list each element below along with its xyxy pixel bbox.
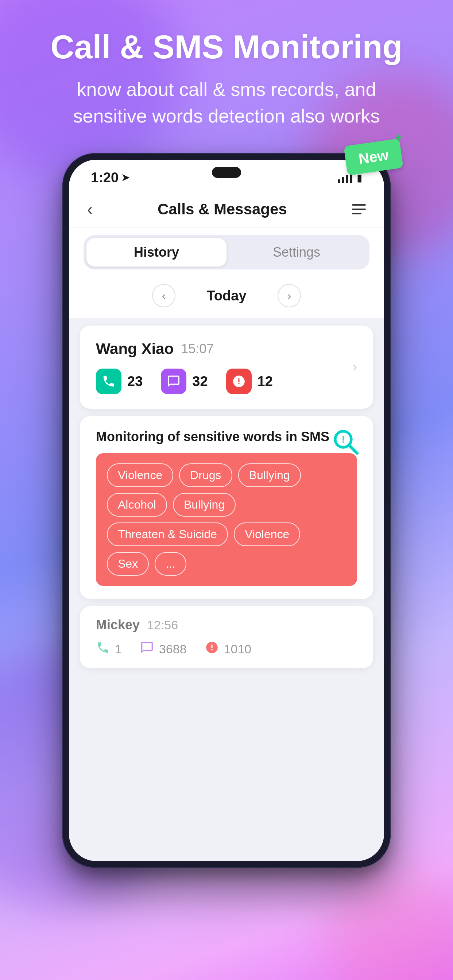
- phone-wrapper: New 1:20 ➤ ▮: [62, 153, 391, 868]
- call-count: 23: [127, 374, 143, 390]
- mickey-call-stat: 1: [96, 641, 122, 657]
- mickey-alert-icon: [205, 641, 219, 657]
- bg-decoration-4: [325, 870, 453, 980]
- mickey-message-icon: [140, 641, 154, 657]
- status-bar: 1:20 ➤ ▮: [69, 160, 384, 191]
- contact-card-wang[interactable]: Wang Xiao 15:07 23: [80, 326, 373, 409]
- mickey-alert-stat: 1010: [205, 641, 252, 657]
- tab-history[interactable]: History: [86, 238, 226, 267]
- contact-stats-wang: 23 32: [96, 369, 357, 394]
- prev-date-icon: ‹: [162, 289, 166, 302]
- mickey-call-icon: [96, 641, 110, 657]
- date-nav: ‹ Today ›: [69, 277, 384, 318]
- tabs-container: History Settings: [69, 228, 384, 277]
- nav-bar: ‹ Calls & Messages: [69, 191, 384, 228]
- svg-line-4: [349, 445, 357, 453]
- contact-header-wang: Wang Xiao 15:07: [96, 340, 357, 358]
- mickey-call-count: 1: [115, 642, 122, 656]
- mickey-message-count: 3688: [159, 642, 187, 656]
- tag-violence-1: Violence: [107, 463, 173, 487]
- menu-line-2: [352, 208, 366, 210]
- svg-text:!: !: [342, 434, 345, 444]
- signal-bar-1: [338, 180, 340, 183]
- sub-title: know about call & sms records, and sensi…: [29, 76, 424, 129]
- next-date-icon: ›: [287, 289, 292, 302]
- mickey-time: 12:56: [147, 618, 178, 632]
- tab-settings[interactable]: Settings: [226, 238, 367, 267]
- tag-violence-2: Violence: [234, 522, 300, 546]
- tag-bullying-1: Bullying: [238, 463, 301, 487]
- prev-date-button[interactable]: ‹: [152, 284, 175, 307]
- date-label: Today: [190, 288, 263, 304]
- alert-count: 12: [257, 374, 273, 390]
- tag-drugs: Drugs: [179, 463, 232, 487]
- contact-card-mickey[interactable]: Mickey 12:56 1: [80, 606, 373, 668]
- mickey-name: Mickey: [96, 617, 140, 633]
- sensitive-words-card: Monitoring of sensitive words in SMS !: [80, 416, 373, 599]
- main-title: Call & SMS Monitoring: [29, 29, 424, 65]
- contact-arrow-wang: ›: [353, 360, 357, 375]
- mickey-alert-count: 1010: [224, 642, 252, 656]
- nav-title: Calls & Messages: [158, 200, 287, 218]
- phone-frame: 1:20 ➤ ▮ ‹ Calls & Messages: [62, 153, 391, 868]
- header-section: Call & SMS Monitoring know about call & …: [0, 29, 453, 129]
- tabs-wrapper: History Settings: [83, 235, 370, 269]
- location-icon: ➤: [121, 172, 129, 183]
- call-icon: [96, 369, 121, 394]
- mickey-message-stat: 3688: [140, 641, 187, 657]
- search-magnifier-icon: !: [331, 427, 360, 456]
- back-button[interactable]: ‹: [87, 200, 93, 218]
- mickey-header: Mickey 12:56: [96, 617, 357, 633]
- sensitive-title: Monitoring of sensitive words in SMS: [96, 429, 357, 444]
- message-stat: 32: [161, 369, 207, 394]
- menu-line-1: [352, 204, 366, 205]
- status-time: 1:20 ➤: [91, 170, 129, 186]
- call-stat: 23: [96, 369, 143, 394]
- content-area: Wang Xiao 15:07 23: [69, 318, 384, 676]
- tag-more: ...: [155, 552, 187, 576]
- contact-time-wang: 15:07: [181, 341, 214, 356]
- contact-name-wang: Wang Xiao: [96, 340, 174, 358]
- message-icon: [161, 369, 187, 394]
- tag-threaten-suicide: Threaten & Suicide: [107, 522, 228, 546]
- tag-sex: Sex: [107, 552, 149, 576]
- signal-bar-2: [342, 177, 344, 183]
- alert-stat: 12: [226, 369, 273, 394]
- menu-line-3: [352, 213, 362, 215]
- signal-bar-3: [346, 175, 348, 183]
- next-date-button[interactable]: ›: [278, 284, 301, 307]
- menu-button[interactable]: [352, 204, 366, 215]
- mickey-stats: 1 3688: [96, 641, 357, 657]
- message-count: 32: [192, 374, 207, 390]
- tag-alcohol: Alcohol: [107, 493, 167, 517]
- phone-inner: 1:20 ➤ ▮ ‹ Calls & Messages: [69, 160, 384, 861]
- tags-container: Violence Drugs Bullying Alcohol Bullying…: [96, 453, 357, 586]
- tag-bullying-2: Bullying: [173, 493, 236, 517]
- alert-icon: [226, 369, 252, 394]
- camera-notch: [212, 167, 241, 178]
